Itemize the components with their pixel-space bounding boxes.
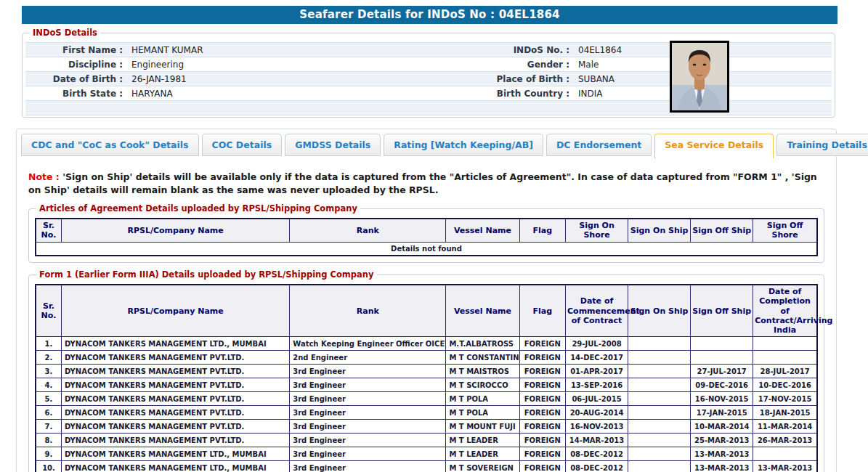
- cell: 3.: [36, 365, 62, 378]
- cell: [628, 406, 691, 420]
- cell: 13-SEP-2016: [566, 378, 628, 392]
- cell: DYNACOM TANKERS MANAGEMENT LTD., MUMBAI: [62, 447, 290, 461]
- empty-row: Details not found: [36, 242, 817, 256]
- cell: [628, 365, 691, 378]
- articles-table: Sr. No.RPSL/Company NameRankVessel NameF…: [35, 218, 818, 256]
- cell: 10.: [36, 461, 62, 472]
- cell: [628, 420, 691, 434]
- cell: DYNACOM TANKERS MANAGEMENT PVT.LTD.: [62, 420, 290, 434]
- table-row: 3.DYNACOM TANKERS MANAGEMENT PVT.LTD.3rd…: [36, 365, 817, 378]
- cell: 13-MAR-2013: [691, 447, 753, 461]
- cell: [628, 434, 691, 447]
- column-header: Sign Off Ship: [691, 285, 753, 336]
- tab-coc-details[interactable]: COC Details: [202, 134, 283, 156]
- cell: DYNACOM TANKERS MANAGEMENT PVT.LTD.: [62, 434, 290, 447]
- cell: FOREIGN: [519, 447, 565, 461]
- tab-rating-watch-keeping-ab[interactable]: Rating [Watch Keeping/AB]: [384, 134, 543, 156]
- cell: 5.: [36, 392, 62, 406]
- articles-header-row: Sr. No.RPSL/Company NameRankVessel NameF…: [36, 219, 817, 242]
- cell: 1.: [36, 337, 62, 351]
- cell: M T LEADER: [446, 434, 519, 447]
- table-row: 6.DYNACOM TANKERS MANAGEMENT PVT.LTD.3rd…: [36, 406, 817, 420]
- cell: 10-DEC-2016: [753, 378, 817, 392]
- place-of-birth-label: Place of Birth :: [454, 72, 574, 86]
- table-row: 2.DYNACOM TANKERS MANAGEMENT PVT.LTD.2nd…: [36, 351, 817, 365]
- cell: [628, 392, 691, 406]
- cell: [691, 351, 753, 365]
- birth-state-label: Birth State :: [25, 86, 127, 101]
- cell: M T MOUNT FUJI: [446, 420, 519, 434]
- cell: 01-APR-2017: [566, 365, 628, 378]
- cell: [628, 378, 691, 392]
- cell: 3rd Engineer: [290, 447, 446, 461]
- cell: 09-DEC-2016: [691, 378, 753, 392]
- column-header: Vessel Name: [446, 285, 519, 336]
- cell: M.T.ALBATROSS: [446, 337, 519, 351]
- column-header: Vessel Name: [446, 219, 519, 242]
- column-header: Sr. No.: [36, 285, 62, 336]
- column-header: RPSL/Company Name: [62, 219, 290, 242]
- cell: 17-JAN-2015: [691, 406, 753, 420]
- tab-panel: CDC and "CoC as Cook" DetailsCOC Details…: [16, 129, 837, 472]
- cell: M T SCIROCCO: [446, 378, 519, 392]
- cell: DYNACOM TANKERS MANAGEMENT PVT.LTD.: [62, 351, 290, 365]
- cell: DYNACOM TANKERS MANAGEMENT PVT.LTD.: [62, 378, 290, 392]
- dob-label: Date of Birth :: [25, 72, 127, 86]
- column-header: Flag: [519, 219, 565, 242]
- cell: 7.: [36, 420, 62, 434]
- seafarer-photo: [670, 41, 729, 113]
- cell: M T POLA: [446, 392, 519, 406]
- cell: M T SOVEREIGN: [446, 461, 519, 472]
- column-header: Sign On Shore: [566, 219, 628, 242]
- tab-dc-endorsement[interactable]: DC Endorsement: [546, 134, 652, 156]
- cell: FOREIGN: [519, 351, 565, 365]
- cell: 2.: [36, 351, 62, 365]
- cell: 08-DEC-2012: [566, 447, 628, 461]
- tab-sea-service-details[interactable]: Sea Service Details: [654, 134, 774, 158]
- cell: 3rd Engineer: [290, 378, 446, 392]
- tab-training-details[interactable]: Training Details: [776, 134, 868, 156]
- cell: 18-JAN-2015: [753, 406, 817, 420]
- column-header: Flag: [519, 285, 565, 336]
- cell: 3rd Engineer: [290, 406, 446, 420]
- cell: DYNACOM TANKERS MANAGEMENT LTD., MUMBAI: [62, 461, 290, 472]
- table-row: 4.DYNACOM TANKERS MANAGEMENT PVT.LTD.3rd…: [36, 378, 817, 392]
- cell: 14-DEC-2017: [566, 351, 628, 365]
- column-header: Rank: [290, 285, 446, 336]
- table-row: 10.DYNACOM TANKERS MANAGEMENT LTD., MUMB…: [36, 461, 817, 472]
- cell: DYNACOM TANKERS MANAGEMENT PVT.LTD.: [62, 406, 290, 420]
- cell: DYNACOM TANKERS MANAGEMENT PVT.LTD.: [62, 365, 290, 378]
- first-name-value: HEMANT KUMAR: [127, 43, 454, 57]
- cell: 9.: [36, 447, 62, 461]
- column-header: Sign Off Shore: [753, 219, 817, 242]
- cell: [753, 351, 817, 365]
- cell: DYNACOM TANKERS MANAGEMENT LTD., MUMBAI: [62, 337, 290, 351]
- page-title: Seafarer Details for INDoS No : 04EL1864: [22, 6, 837, 24]
- cell: 16-NOV-2015: [691, 392, 753, 406]
- cell: M T LEADER: [446, 447, 519, 461]
- note-text: Note : 'Sign on Ship' details will be av…: [28, 171, 824, 197]
- cell: 10-MAR-2014: [691, 420, 753, 434]
- tab-cdc-and-coc-as-cook-details[interactable]: CDC and "CoC as Cook" Details: [21, 134, 199, 156]
- cell: 4.: [36, 378, 62, 392]
- cell: [628, 461, 691, 472]
- cell: [753, 447, 817, 461]
- cell: [628, 351, 691, 365]
- cell: 3rd Engineer: [290, 420, 446, 434]
- tab-gmdss-details[interactable]: GMDSS Details: [285, 134, 381, 156]
- birth-country-label: Birth Country :: [454, 86, 574, 101]
- cell: FOREIGN: [519, 434, 565, 447]
- tab-bar: CDC and "CoC as Cook" DetailsCOC Details…: [17, 129, 836, 156]
- form1-section: Form 1 (Earlier Form IIIA) Details uploa…: [28, 274, 824, 472]
- cell: [628, 337, 691, 351]
- gender-label: Gender :: [454, 57, 574, 72]
- table-row: 1.DYNACOM TANKERS MANAGEMENT LTD., MUMBA…: [36, 337, 817, 351]
- cell: FOREIGN: [519, 461, 565, 472]
- indos-no-label: INDoS No. :: [454, 43, 574, 57]
- discipline-value: Engineering: [127, 57, 454, 72]
- articles-legend: Articles of Agreement Details uploaded b…: [36, 203, 360, 213]
- cell: 06-JUL-2015: [566, 392, 628, 406]
- cell: FOREIGN: [519, 392, 565, 406]
- column-header: Date of Completion of Contract/Arriving …: [753, 285, 817, 336]
- cell: M T POLA: [446, 406, 519, 420]
